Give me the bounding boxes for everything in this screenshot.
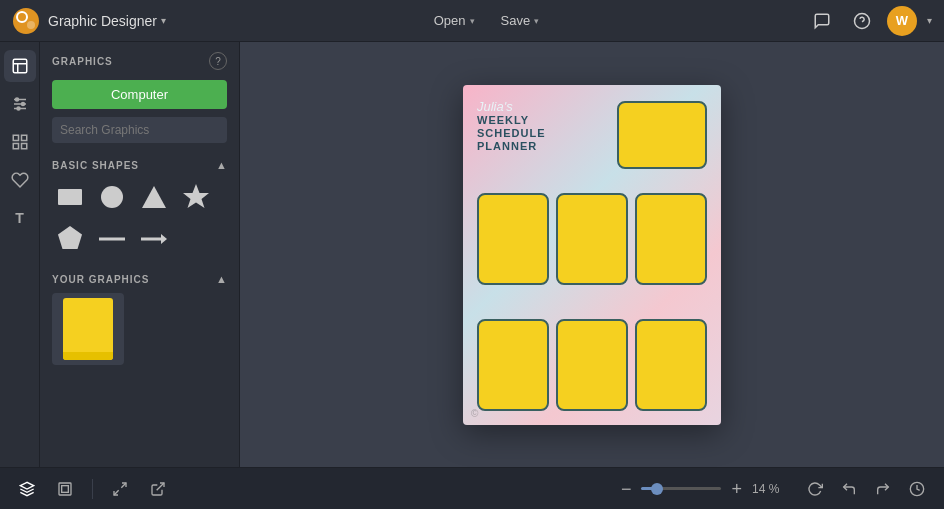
svg-rect-4 [13,59,27,73]
graphic-thumb-inner [63,298,113,360]
title-chevron: ▾ [161,15,166,26]
frames-button[interactable] [50,474,80,504]
basic-shapes-section[interactable]: BASIC SHAPES ▲ [40,153,239,179]
svg-rect-15 [58,189,82,205]
sidebar-grid-icon[interactable] [4,126,36,158]
canvas-area[interactable]: Julia's WEEKLY SCHEDULE PLANNER [240,42,944,467]
yellow-box-bot-3 [635,319,707,411]
history-button[interactable] [902,474,932,504]
avatar[interactable]: W [887,6,917,36]
yellow-box-top-right [617,101,707,169]
yellow-box-mid-3 [635,193,707,285]
your-graphics-label: YOUR GRAPHICS [52,274,149,285]
panel: GRAPHICS ? Computer BASIC SHAPES ▲ [40,42,240,467]
basic-shapes-label: BASIC SHAPES [52,160,139,171]
svg-marker-18 [183,184,209,208]
shape-rectangle[interactable] [52,179,88,215]
svg-rect-24 [59,483,71,495]
icon-sidebar: T [0,42,40,467]
shape-line[interactable] [94,221,130,257]
zoom-slider[interactable] [641,487,721,490]
separator-1 [92,479,93,499]
redo-button[interactable] [868,474,898,504]
fit-button[interactable] [105,474,135,504]
shape-circle[interactable] [94,179,130,215]
app-title[interactable]: Graphic Designer ▾ [48,13,166,29]
zoom-controls: − + 14 % [617,478,784,500]
graphics-section-header: GRAPHICS ? [40,42,239,76]
svg-rect-11 [13,135,18,140]
svg-point-8 [15,98,18,101]
svg-marker-23 [20,482,33,489]
svg-point-9 [21,103,24,106]
topbar: Graphic Designer ▾ Open ▾ Save ▾ W ▾ [0,0,944,42]
shape-star[interactable] [178,179,214,215]
app-logo [12,7,40,35]
boxes-bottom-row [477,319,707,411]
bottombar: − + 14 % [0,467,944,509]
layers-button[interactable] [12,474,42,504]
sidebar-text-icon[interactable]: T [4,202,36,234]
svg-rect-13 [13,144,18,149]
yellow-box-mid-1 [477,193,549,285]
canvas-title: Julia's WEEKLY SCHEDULE PLANNER [477,99,546,154]
main-content: T GRAPHICS ? Computer BASIC SHAPES ▲ [0,42,944,467]
yellow-box-bot-1 [477,319,549,411]
topbar-center: Open ▾ Save ▾ [424,9,549,32]
svg-rect-12 [21,135,26,140]
basic-shapes-chevron: ▲ [216,159,227,171]
svg-marker-19 [58,226,82,249]
svg-line-26 [121,483,126,488]
watermark: © [471,408,478,419]
yellow-box-bot-2 [556,319,628,411]
canvas-title-weekly: WEEKLY [477,114,546,127]
svg-marker-17 [142,186,166,208]
topbar-right: W ▾ [807,6,932,36]
graphic-thumb-1[interactable] [52,293,124,365]
shape-arrow[interactable] [136,221,172,257]
shapes-grid [40,179,239,267]
boxes-middle-row [477,193,707,285]
sidebar-heart-icon[interactable] [4,164,36,196]
zoom-value: 14 % [752,482,784,496]
yellow-box-mid-2 [556,193,628,285]
svg-line-27 [114,490,119,495]
undo-button[interactable] [834,474,864,504]
bottom-right-buttons [800,474,932,504]
zoom-plus-button[interactable]: + [727,478,746,500]
svg-line-28 [157,483,164,490]
save-button[interactable]: Save ▾ [491,9,550,32]
avatar-chevron: ▾ [927,15,932,26]
external-button[interactable] [143,474,173,504]
your-graphics-section[interactable]: YOUR GRAPHICS ▲ [40,267,239,293]
zoom-minus-button[interactable]: − [617,478,636,500]
canvas-title-schedule: SCHEDULE [477,127,546,140]
canvas-title-planner: PLANNER [477,140,546,153]
graphics-label: GRAPHICS [52,56,113,67]
refresh-button[interactable] [800,474,830,504]
shape-triangle[interactable] [136,179,172,215]
open-button[interactable]: Open ▾ [424,9,485,32]
help-button[interactable] [847,6,877,36]
canvas-title-julia: Julia's [477,99,546,115]
design-canvas: Julia's WEEKLY SCHEDULE PLANNER [463,85,721,425]
svg-rect-14 [21,144,26,149]
svg-point-10 [17,107,20,110]
help-icon[interactable]: ? [209,52,227,70]
computer-button[interactable]: Computer [52,80,227,109]
svg-rect-25 [62,485,69,492]
shape-pentagon[interactable] [52,221,88,257]
svg-point-16 [101,186,123,208]
svg-marker-22 [161,234,167,244]
svg-point-2 [27,21,35,29]
your-graphics-chevron: ▲ [216,273,227,285]
search-input[interactable] [52,117,227,143]
your-graphics-grid [40,293,239,375]
chat-button[interactable] [807,6,837,36]
sidebar-sliders-icon[interactable] [4,88,36,120]
sidebar-graphics-icon[interactable] [4,50,36,82]
